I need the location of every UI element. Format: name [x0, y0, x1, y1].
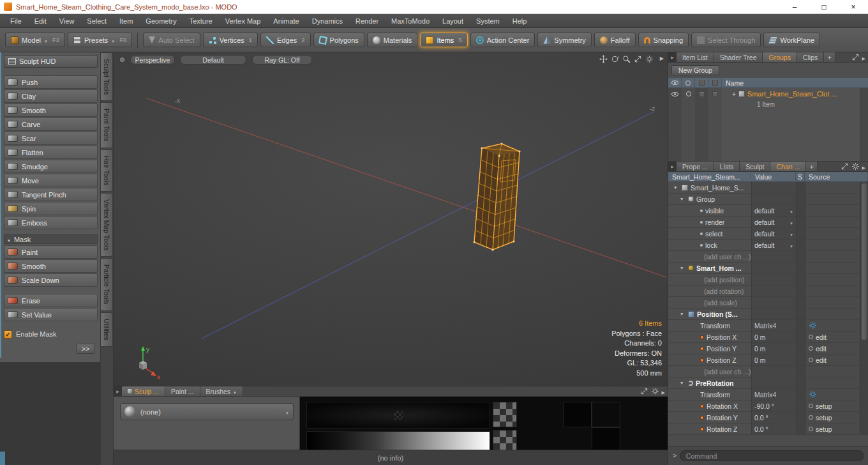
source-cell[interactable]: setup — [805, 400, 868, 411]
pane-arrow-icon[interactable] — [862, 54, 865, 61]
menu-layout[interactable]: Layout — [436, 15, 470, 27]
viewport-3d[interactable]: -x -z — [114, 52, 668, 386]
channel-row[interactable]: Transform Matrix4 — [668, 320, 868, 332]
value-field[interactable]: 0 m — [751, 354, 796, 365]
add-channel-row[interactable]: (add user ch ...) — [668, 251, 868, 263]
polygons-mode-button[interactable]: Polygons — [313, 33, 364, 47]
more-tools-button[interactable]: >> — [76, 344, 95, 354]
tab-paint-presets[interactable]: Paint ... — [165, 386, 200, 396]
channels-scrollbar[interactable] — [860, 182, 868, 434]
viewport-menu-dot[interactable] — [120, 57, 124, 62]
add-channel-row[interactable]: (add user ch ...) — [668, 366, 868, 377]
menu-maxtomodo[interactable]: MaxToModo — [385, 15, 436, 27]
tool-set-value[interactable]: Set Value — [4, 308, 98, 321]
value-field[interactable]: -90.0 ° — [751, 400, 796, 411]
channel-row[interactable]: Group — [668, 194, 868, 205]
channel-name-column[interactable]: Smart_Home_Steam... — [668, 172, 751, 181]
snapping-button[interactable]: Snapping — [638, 33, 689, 47]
channel-row[interactable]: PreRotation — [668, 377, 868, 389]
sculpt-hud-button[interactable]: Sculpt HUD — [4, 55, 98, 68]
expand-panel-icon[interactable] — [841, 162, 849, 171]
tab-paint-tools[interactable]: Paint Tools — [101, 102, 113, 148]
tool-smudge[interactable]: Smudge — [4, 160, 98, 173]
tool-clay[interactable]: Clay — [4, 89, 98, 103]
workplane-button[interactable]: WorkPlane — [763, 33, 820, 47]
tool-move[interactable]: Move — [4, 174, 98, 187]
edges-mode-button[interactable]: Edges 2 — [260, 33, 311, 47]
add-tab-button[interactable]: + — [806, 162, 818, 171]
tab-vertex-map-tools[interactable]: Vertex Map Tools — [101, 193, 113, 257]
scrollbar-thumb[interactable] — [862, 183, 867, 340]
brush-falloff-preview[interactable] — [306, 402, 490, 429]
channel-row[interactable]: Position X 0 m edit — [668, 332, 868, 343]
source-cell[interactable]: edit — [805, 343, 868, 354]
channel-row[interactable]: Smart_Home_S... — [668, 182, 868, 194]
pan-icon[interactable] — [599, 55, 608, 63]
alpha-checker-swatch[interactable] — [493, 402, 517, 427]
tab-brushes[interactable]: Brushes — [200, 386, 243, 396]
panel-gear-icon[interactable] — [851, 162, 860, 171]
expand-plus-icon[interactable] — [732, 90, 736, 98]
tool-smooth[interactable]: Smooth — [4, 103, 98, 117]
new-group-button[interactable]: New Group — [671, 65, 719, 75]
channel-row[interactable]: Position Z 0 m edit — [668, 354, 868, 366]
tab-properties[interactable]: Prope ... — [677, 162, 714, 171]
gear-icon[interactable] — [809, 321, 817, 330]
tool-push[interactable]: Push — [4, 75, 98, 89]
add-channel-row[interactable]: (add scale) — [668, 297, 868, 309]
expand-panel-icon[interactable] — [851, 53, 860, 61]
channel-row[interactable]: Smart_Hom ... — [668, 263, 868, 274]
add-channel-row[interactable]: (add rotation) — [668, 286, 868, 297]
expander-icon[interactable] — [680, 266, 685, 270]
tool-erase[interactable]: Erase — [4, 294, 98, 307]
channel-row[interactable]: render default — [668, 217, 868, 228]
command-input[interactable] — [680, 450, 864, 461]
select-through-button[interactable]: Select Through — [691, 33, 761, 47]
source-cell[interactable]: edit — [805, 332, 868, 342]
symmetry-button[interactable]: Symmetry — [537, 33, 592, 47]
panel-menu-icon[interactable] — [668, 52, 677, 62]
lock-cell[interactable] — [708, 91, 722, 97]
value-field[interactable]: 0 m — [751, 343, 796, 354]
menu-item[interactable]: Item — [113, 15, 139, 27]
tab-channels[interactable]: Chan ... — [770, 162, 806, 171]
expander-icon[interactable] — [680, 381, 685, 385]
tab-item-list[interactable]: Item List — [677, 52, 714, 62]
gear-icon[interactable] — [809, 390, 817, 399]
tool-scar[interactable]: Scar — [4, 132, 98, 145]
value-dropdown[interactable]: default — [751, 217, 796, 227]
channel-row[interactable]: Rotation Y 0.0 ° setup — [668, 412, 868, 423]
expander-icon[interactable] — [673, 185, 679, 190]
channel-row[interactable]: select default — [668, 228, 868, 240]
viewport-pane-arrow-icon[interactable] — [660, 56, 664, 61]
vertices-mode-button[interactable]: Vertices 1 — [203, 33, 258, 47]
add-tab-button[interactable]: + — [824, 52, 835, 62]
visibility-cell[interactable] — [668, 92, 682, 96]
tool-mask-smooth[interactable]: Smooth — [4, 259, 98, 273]
channel-row[interactable]: Rotation X -90.0 ° setup — [668, 400, 868, 412]
visibility-column-header[interactable] — [668, 78, 682, 88]
color-swatch[interactable] — [563, 402, 592, 427]
menu-dynamics[interactable]: Dynamics — [306, 15, 349, 27]
tool-tangent-pinch[interactable]: Tangent Pinch — [4, 188, 98, 201]
menu-file[interactable]: File — [4, 15, 28, 27]
value-field[interactable]: 0 m — [751, 332, 796, 342]
add-channel-row[interactable]: (add position) — [668, 274, 868, 286]
channel-row[interactable]: Position Y 0 m edit — [668, 343, 868, 354]
maximize-button[interactable]: □ — [809, 0, 839, 13]
source-cell[interactable]: setup — [805, 423, 868, 434]
channel-row[interactable]: Position (S... — [668, 309, 868, 320]
viewport-options-gear-icon[interactable] — [645, 55, 654, 63]
tab-groups[interactable]: Groups — [763, 52, 797, 62]
color-swatch[interactable] — [592, 402, 620, 427]
orbit-icon[interactable] — [611, 55, 619, 63]
auto-select-button[interactable]: Auto Select — [143, 33, 200, 47]
channel-row[interactable]: Transform Matrix4 — [668, 389, 868, 400]
minimize-button[interactable]: – — [780, 0, 809, 13]
channel-row[interactable]: Rotation Z 0.0 ° setup — [668, 423, 868, 435]
menu-help[interactable]: Help — [506, 15, 534, 27]
zoom-icon[interactable] — [622, 55, 631, 63]
action-center-button[interactable]: Action Center — [470, 33, 535, 47]
tab-utilities[interactable]: Utilities — [101, 312, 113, 347]
tool-emboss[interactable]: Emboss — [4, 216, 98, 229]
